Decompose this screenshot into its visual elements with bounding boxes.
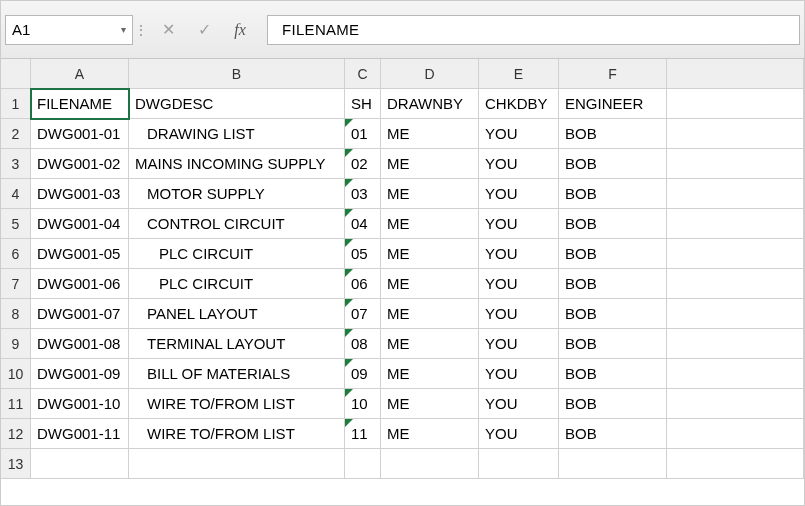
cell[interactable]: DWG001-06	[31, 269, 129, 299]
cell[interactable]: DWG001-04	[31, 209, 129, 239]
row-header[interactable]: 7	[1, 269, 31, 299]
cell[interactable]: ME	[381, 119, 479, 149]
chevron-down-icon[interactable]: ▾	[121, 24, 126, 35]
cell[interactable]: PANEL LAYOUT	[129, 299, 345, 329]
cell[interactable]	[667, 209, 804, 239]
row-header[interactable]: 1	[1, 89, 31, 119]
cell[interactable]: YOU	[479, 239, 559, 269]
cell[interactable]: BOB	[559, 119, 667, 149]
cell[interactable]: 05	[345, 239, 381, 269]
cell[interactable]	[381, 449, 479, 479]
col-header-blank[interactable]	[667, 59, 804, 89]
cell[interactable]: ME	[381, 269, 479, 299]
cell[interactable]	[667, 119, 804, 149]
cell[interactable]	[667, 419, 804, 449]
cell[interactable]: YOU	[479, 329, 559, 359]
cell[interactable]: ME	[381, 149, 479, 179]
cell[interactable]: BOB	[559, 389, 667, 419]
cell[interactable]: YOU	[479, 209, 559, 239]
cell[interactable]: YOU	[479, 179, 559, 209]
cell[interactable]: BILL OF MATERIALS	[129, 359, 345, 389]
cell[interactable]: 08	[345, 329, 381, 359]
cell[interactable]	[667, 269, 804, 299]
cell[interactable]: MAINS INCOMING SUPPLY	[129, 149, 345, 179]
cell[interactable]: BOB	[559, 179, 667, 209]
cell[interactable]: 11	[345, 419, 381, 449]
row-header[interactable]: 13	[1, 449, 31, 479]
cell[interactable]: ME	[381, 359, 479, 389]
row-header[interactable]: 6	[1, 239, 31, 269]
col-header-D[interactable]: D	[381, 59, 479, 89]
cell[interactable]: ME	[381, 209, 479, 239]
row-header[interactable]: 11	[1, 389, 31, 419]
cell[interactable]: 06	[345, 269, 381, 299]
cell[interactable]: WIRE TO/FROM LIST	[129, 419, 345, 449]
insert-function-button[interactable]: fx	[225, 15, 255, 45]
cell[interactable]: SH	[345, 89, 381, 119]
cell[interactable]: BOB	[559, 329, 667, 359]
cell[interactable]: DRAWNBY	[381, 89, 479, 119]
cell[interactable]: 01	[345, 119, 381, 149]
enter-button[interactable]: ✓	[189, 15, 219, 45]
cell[interactable]	[667, 359, 804, 389]
cell[interactable]: PLC CIRCUIT	[129, 269, 345, 299]
cell[interactable]: DWG001-09	[31, 359, 129, 389]
cell[interactable]: DWG001-07	[31, 299, 129, 329]
cell[interactable]	[667, 179, 804, 209]
cell[interactable]	[667, 239, 804, 269]
cell[interactable]	[667, 449, 804, 479]
row-header[interactable]: 5	[1, 209, 31, 239]
cell[interactable]: DWG001-01	[31, 119, 129, 149]
cell[interactable]: 04	[345, 209, 381, 239]
cell[interactable]	[667, 329, 804, 359]
row-header[interactable]: 4	[1, 179, 31, 209]
cell[interactable]: ME	[381, 299, 479, 329]
cell[interactable]: ME	[381, 419, 479, 449]
row-header[interactable]: 3	[1, 149, 31, 179]
cell[interactable]: DWG001-08	[31, 329, 129, 359]
cell[interactable]: ME	[381, 389, 479, 419]
cell[interactable]: 10	[345, 389, 381, 419]
cell[interactable]: BOB	[559, 149, 667, 179]
cell[interactable]: MOTOR SUPPLY	[129, 179, 345, 209]
row-header[interactable]: 8	[1, 299, 31, 329]
cell[interactable]: PLC CIRCUIT	[129, 239, 345, 269]
cell[interactable]	[667, 89, 804, 119]
cell[interactable]	[559, 449, 667, 479]
cell[interactable]: YOU	[479, 389, 559, 419]
cancel-button[interactable]: ✕	[153, 15, 183, 45]
formula-input[interactable]: FILENAME	[267, 15, 800, 45]
cell[interactable]: 03	[345, 179, 381, 209]
cell[interactable]	[667, 149, 804, 179]
cell[interactable]: YOU	[479, 419, 559, 449]
cell[interactable]: YOU	[479, 119, 559, 149]
cell[interactable]	[667, 389, 804, 419]
row-header[interactable]: 10	[1, 359, 31, 389]
cell[interactable]: FILENAME	[31, 89, 129, 119]
cell[interactable]: BOB	[559, 239, 667, 269]
col-header-F[interactable]: F	[559, 59, 667, 89]
spreadsheet-grid[interactable]: A B C D E F 1 FILENAME DWGDESC SH DRAWNB…	[1, 59, 804, 479]
col-header-B[interactable]: B	[129, 59, 345, 89]
col-header-E[interactable]: E	[479, 59, 559, 89]
cell[interactable]	[129, 449, 345, 479]
row-header[interactable]: 2	[1, 119, 31, 149]
cell[interactable]: YOU	[479, 269, 559, 299]
name-box[interactable]: A1 ▾	[5, 15, 133, 45]
cell[interactable]	[345, 449, 381, 479]
cell[interactable]: YOU	[479, 149, 559, 179]
cell[interactable]: YOU	[479, 359, 559, 389]
cell[interactable]: TERMINAL LAYOUT	[129, 329, 345, 359]
cell[interactable]: DWG001-03	[31, 179, 129, 209]
cell[interactable]: YOU	[479, 299, 559, 329]
cell[interactable]: 07	[345, 299, 381, 329]
cell[interactable]: ENGINEER	[559, 89, 667, 119]
cell[interactable]: WIRE TO/FROM LIST	[129, 389, 345, 419]
cell[interactable]: DWG001-05	[31, 239, 129, 269]
col-header-C[interactable]: C	[345, 59, 381, 89]
col-header-A[interactable]: A	[31, 59, 129, 89]
cell[interactable]	[31, 449, 129, 479]
cell[interactable]	[479, 449, 559, 479]
row-header[interactable]: 9	[1, 329, 31, 359]
cell[interactable]: ME	[381, 239, 479, 269]
